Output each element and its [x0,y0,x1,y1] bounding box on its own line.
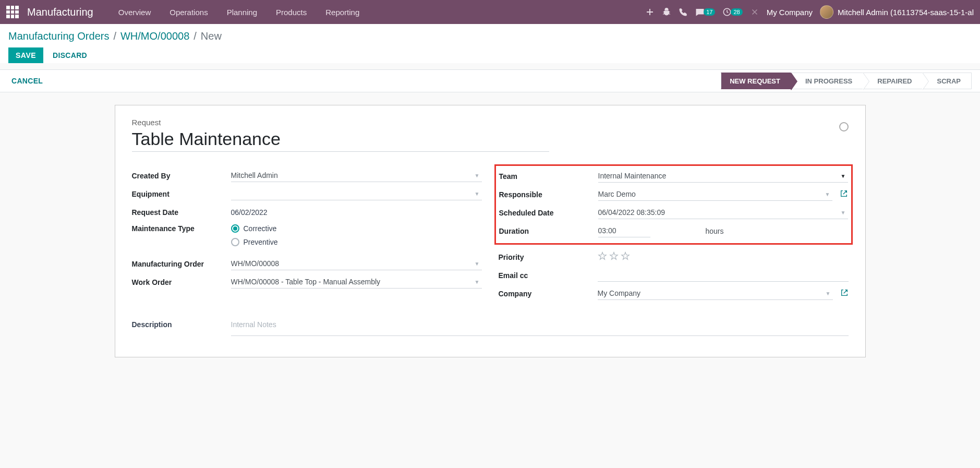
kanban-state-icon[interactable] [839,122,849,131]
nav-planning[interactable]: Planning [219,3,265,22]
responsible-input[interactable] [598,188,832,201]
nav-overview[interactable]: Overview [110,3,160,22]
radio-corrective[interactable]: Corrective [231,224,278,233]
plus-icon[interactable] [645,7,655,17]
team-input[interactable] [598,170,848,183]
priority-stars[interactable] [598,251,630,262]
bug-icon[interactable] [662,7,671,17]
user-name: Mitchell Admin (16113754-saas-15-1-al [838,8,974,17]
top-navbar: Manufacturing Overview Operations Planni… [0,0,980,24]
breadcrumb-current: New [201,30,222,42]
created-by-label: Created By [132,172,231,180]
form-left-column: Created By ▼ Equipment ▼ Request Date 06… [132,166,482,303]
app-brand[interactable]: Manufacturing [27,6,93,18]
apps-icon[interactable] [6,6,19,18]
cancel-button[interactable]: CANCEL [8,73,46,89]
company-label: Company [499,290,598,298]
equipment-label: Equipment [132,190,231,198]
save-button[interactable]: SAVE [8,47,43,63]
request-name-input[interactable] [132,128,549,152]
manufacturing-order-label: Manufacturing Order [132,260,231,268]
company-input[interactable] [598,287,833,300]
work-order-input[interactable] [231,275,482,289]
form-sheet: Request Created By ▼ Equipment ▼ Request… [115,105,866,357]
radio-preventive[interactable]: Preventive [231,238,278,246]
nav-products[interactable]: Products [268,3,315,22]
external-link-icon[interactable] [840,189,848,199]
equipment-input[interactable] [231,187,482,200]
priority-label: Priority [499,253,598,261]
breadcrumb-root[interactable]: Manufacturing Orders [8,30,109,42]
created-by-input[interactable] [231,169,482,182]
form-right-column: Team ▼ Responsible ▼ Scheduled Date ▼ [499,166,849,303]
scheduled-date-input[interactable] [598,206,848,219]
star-icon[interactable] [609,251,619,262]
duration-label: Duration [499,227,598,235]
maintenance-type-label: Maintenance Type [132,224,231,233]
description-input[interactable]: Internal Notes [231,317,849,336]
discard-button[interactable]: DISCARD [50,47,90,63]
email-cc-label: Email cc [499,271,598,280]
highlight-box: Team ▼ Responsible ▼ Scheduled Date ▼ [494,164,853,245]
breadcrumb: Manufacturing Orders / WH/MO/00008 / New [8,30,972,42]
title-label: Request [132,118,849,127]
activities-badge: 28 [731,8,742,16]
messages-icon[interactable]: 17 [695,7,715,17]
status-new-request[interactable]: NEW REQUEST [721,73,791,89]
work-order-label: Work Order [132,278,231,286]
request-date-label: Request Date [132,208,231,217]
company-selector[interactable]: My Company [767,8,813,17]
request-date-value: 06/02/2022 [231,208,268,217]
radio-icon [231,224,239,233]
statusbar: CANCEL NEW REQUEST IN PROGRESS REPAIRED … [0,69,980,92]
avatar [820,5,833,19]
user-menu[interactable]: Mitchell Admin (16113754-saas-15-1-al [820,5,974,19]
nav-menu: Overview Operations Planning Products Re… [110,3,368,22]
status-in-progress[interactable]: IN PROGRESS [791,73,863,89]
duration-input[interactable] [598,224,650,237]
activities-icon[interactable]: 28 [722,7,742,17]
nav-operations[interactable]: Operations [161,3,216,22]
team-label: Team [499,172,598,181]
star-icon[interactable] [621,251,630,262]
responsible-label: Responsible [499,190,598,199]
messages-badge: 17 [704,8,715,16]
control-panel: Manufacturing Orders / WH/MO/00008 / New… [0,24,980,63]
nav-reporting[interactable]: Reporting [317,3,368,22]
email-cc-input[interactable] [598,269,849,282]
status-scrap[interactable]: SCRAP [922,73,972,89]
phone-icon[interactable] [679,7,688,17]
status-repaired[interactable]: REPAIRED [863,73,922,89]
external-link-icon[interactable] [840,289,849,298]
description-label: Description [132,317,231,336]
manufacturing-order-input[interactable] [231,257,482,270]
breadcrumb-parent[interactable]: WH/MO/00008 [120,30,189,42]
radio-icon [231,238,239,246]
duration-unit: hours [706,227,724,235]
tools-icon[interactable] [750,7,759,17]
scheduled-date-label: Scheduled Date [499,209,598,217]
star-icon[interactable] [598,251,607,262]
status-flow: NEW REQUEST IN PROGRESS REPAIRED SCRAP [721,70,972,92]
